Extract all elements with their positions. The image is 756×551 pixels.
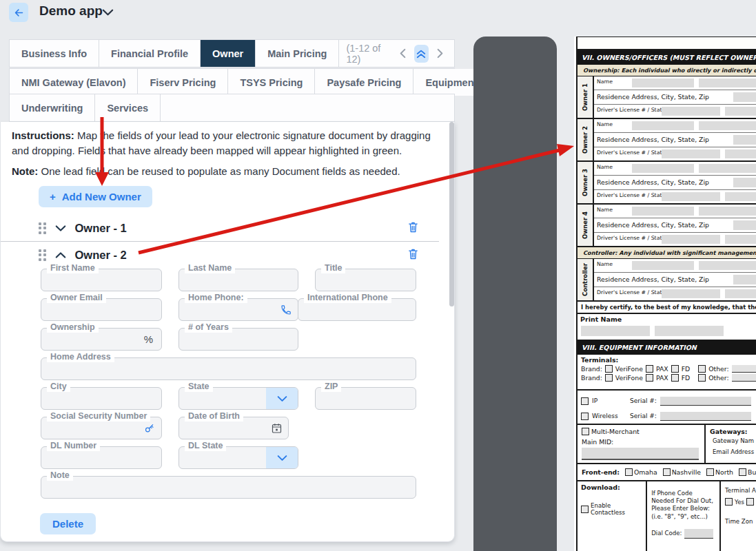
doc-name-row[interactable]: Name [594, 205, 756, 218]
owner-email-field[interactable]: Owner Email [41, 298, 162, 321]
tab-nmi-gateway[interactable]: NMI Gateway (Elavon) [10, 69, 138, 96]
doc-field-box[interactable] [662, 149, 720, 158]
doc-checkbox[interactable] [725, 498, 733, 506]
back-button[interactable] [9, 3, 28, 22]
pagination-next-button[interactable] [433, 45, 447, 63]
doc-field-box[interactable] [733, 92, 756, 101]
dl-state-dropdown-button[interactable] [266, 447, 298, 468]
doc-field-box[interactable] [684, 529, 713, 539]
doc-field-box[interactable] [733, 178, 756, 187]
state-field[interactable]: State [178, 387, 298, 410]
doc-checkbox[interactable] [582, 428, 589, 435]
doc-checkbox[interactable] [581, 397, 589, 405]
doc-field-box[interactable] [632, 164, 694, 173]
doc-field-box[interactable] [662, 235, 720, 244]
zip-field[interactable]: ZIP [315, 387, 416, 410]
years-field[interactable]: # of Years [178, 328, 298, 351]
doc-field-box[interactable] [582, 448, 699, 460]
doc-field-box[interactable] [662, 289, 720, 298]
doc-residence-row[interactable]: Residence Address, City, State, Zip [594, 90, 756, 104]
tab-tsys-pricing[interactable]: TSYS Pricing [228, 69, 315, 96]
home-address-field[interactable]: Home Address [41, 357, 416, 380]
add-new-owner-button[interactable]: + Add New Owner [39, 186, 152, 207]
doc-checkbox[interactable] [746, 498, 754, 506]
doc-name-row[interactable]: Name [594, 259, 756, 273]
owner-2-header[interactable]: Owner - 2 [39, 246, 127, 264]
ssn-field[interactable]: Social Security Number [41, 417, 162, 439]
doc-checkbox[interactable] [706, 468, 714, 476]
doc-residence-row[interactable]: Residence Address, City, State, Zip [594, 273, 756, 287]
note-field[interactable]: Note [41, 476, 416, 499]
international-phone-field[interactable]: International Phone [298, 298, 416, 321]
doc-field-box[interactable] [699, 79, 756, 87]
doc-residence-row[interactable]: Residence Address, City, State, Zip [594, 176, 756, 189]
ownership-field[interactable]: Ownership % [41, 328, 162, 351]
doc-field-box[interactable] [699, 164, 756, 173]
home-phone-field[interactable]: Home Phone: [178, 298, 298, 321]
delete-owner-button[interactable]: Delete [40, 513, 96, 534]
doc-checkbox[interactable] [605, 365, 613, 373]
doc-dl-row[interactable]: Driver's License # / State [594, 233, 756, 246]
tab-financial-profile[interactable]: Financial Profile [99, 40, 201, 67]
doc-dl-row[interactable]: Driver's License # / State [594, 105, 756, 118]
dl-number-field[interactable]: DL Number [41, 446, 162, 469]
doc-field-box[interactable] [662, 107, 720, 116]
doc-field-box[interactable] [632, 121, 694, 130]
dob-field[interactable]: Date of Birth [178, 417, 289, 439]
doc-dl-row[interactable]: Driver's License # / State [594, 147, 756, 160]
doc-checkbox[interactable] [646, 365, 653, 373]
doc-checkbox[interactable] [698, 365, 706, 373]
doc-field-box[interactable] [725, 289, 756, 298]
doc-name-row[interactable]: Name [594, 119, 756, 133]
owner-1-delete-icon[interactable] [407, 221, 420, 233]
doc-dl-row[interactable]: Driver's License # / State [594, 190, 756, 203]
tab-paysafe-pricing[interactable]: Paysafe Pricing [315, 69, 413, 96]
doc-checkbox[interactable] [739, 468, 746, 476]
doc-field-box[interactable] [725, 235, 756, 244]
tab-owner[interactable]: Owner [201, 40, 256, 67]
panel-scrollbar[interactable] [449, 122, 454, 306]
key-icon[interactable] [144, 423, 155, 437]
doc-field-box[interactable] [732, 374, 756, 382]
app-menu-toggle[interactable] [102, 7, 114, 19]
phone-icon[interactable] [280, 304, 292, 318]
doc-field-box[interactable] [581, 326, 650, 336]
state-dropdown-button[interactable] [266, 388, 298, 409]
city-field[interactable]: City [41, 387, 162, 410]
doc-name-row[interactable]: Name [594, 162, 756, 176]
doc-field-box[interactable] [632, 207, 694, 216]
doc-checkbox[interactable] [625, 468, 633, 476]
doc-field-box[interactable] [732, 365, 756, 373]
doc-checkbox[interactable] [605, 374, 613, 382]
drag-handle-icon[interactable] [39, 222, 46, 234]
tab-main-pricing[interactable]: Main Pricing [256, 40, 339, 67]
doc-field-box[interactable] [725, 192, 756, 201]
doc-field-box[interactable] [699, 121, 756, 130]
last-name-field[interactable]: Last Name [178, 269, 298, 291]
doc-field-box[interactable] [699, 261, 756, 270]
owner-1-header[interactable]: Owner - 1 [39, 219, 127, 237]
doc-field-box[interactable] [699, 207, 756, 216]
doc-checkbox[interactable] [581, 506, 589, 513]
doc-field-box[interactable] [733, 275, 756, 284]
pagination-prev-button[interactable] [395, 45, 409, 63]
doc-checkbox[interactable] [646, 374, 653, 382]
doc-checkbox[interactable] [663, 468, 671, 476]
doc-field-box[interactable] [733, 220, 756, 229]
tab-underwriting[interactable]: Underwriting [10, 94, 95, 121]
tab-fiserv-pricing[interactable]: Fiserv Pricing [138, 69, 228, 96]
calendar-icon[interactable] [272, 423, 282, 437]
doc-field-box[interactable] [660, 412, 751, 421]
doc-field-box[interactable] [632, 261, 694, 270]
doc-checkbox[interactable] [671, 374, 679, 382]
tab-services[interactable]: Services [95, 94, 161, 121]
doc-checkbox[interactable] [671, 365, 679, 373]
doc-dl-row[interactable]: Driver's License # / State [594, 287, 756, 300]
title-field[interactable]: Title [315, 269, 416, 291]
doc-checkbox[interactable] [581, 413, 589, 420]
doc-field-box[interactable] [632, 79, 694, 87]
doc-field-box[interactable] [725, 107, 756, 116]
doc-checkbox[interactable] [698, 374, 706, 382]
doc-field-box[interactable] [660, 397, 751, 406]
pagination-collapse-button[interactable] [414, 45, 429, 63]
